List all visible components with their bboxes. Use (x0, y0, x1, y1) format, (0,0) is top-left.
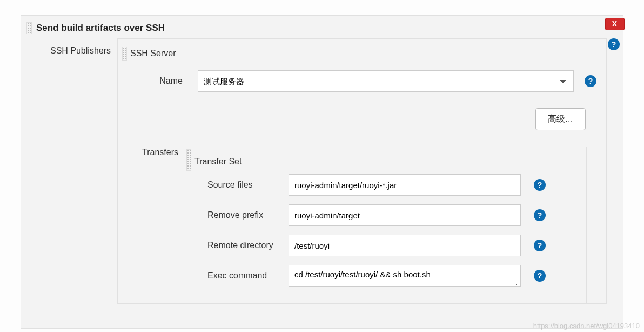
remove-prefix-label: Remove prefix (207, 210, 289, 220)
help-icon[interactable]: ? (608, 38, 620, 50)
source-files-input[interactable] (289, 174, 521, 196)
ssh-server-title: SSH Server (130, 49, 176, 58)
advanced-button[interactable]: 高级… (535, 108, 586, 130)
remote-directory-input[interactable] (289, 235, 521, 256)
help-icon[interactable]: ? (534, 209, 546, 221)
server-name-select[interactable]: 测试服务器 (198, 70, 574, 92)
name-label: Name (139, 76, 183, 86)
source-files-label: Source files (207, 180, 289, 190)
exec-command-input[interactable] (289, 265, 521, 287)
help-icon[interactable]: ? (534, 270, 546, 282)
transfer-set-title: Transfer Set (194, 157, 242, 167)
help-icon[interactable]: ? (534, 240, 546, 251)
close-button[interactable]: X (605, 18, 625, 30)
ssh-server-header: SSH Server (118, 39, 606, 66)
drag-handle-icon[interactable] (26, 22, 32, 34)
ssh-publishers-label: SSH Publishers (43, 38, 117, 304)
transfers-label: Transfers (124, 147, 178, 303)
exec-command-label: Exec command (207, 271, 289, 281)
drag-handle-icon[interactable] (186, 149, 191, 171)
transfers-box: Transfer Set Source files ? Remove prefi… (184, 147, 587, 303)
section-title: Send build artifacts over SSH (36, 23, 165, 34)
section-header: Send build artifacts over SSH (21, 16, 623, 38)
ssh-publisher-section: X Send build artifacts over SSH ? SSH Pu… (21, 15, 623, 329)
help-icon[interactable]: ? (585, 75, 596, 87)
drag-handle-icon[interactable] (122, 47, 127, 61)
help-icon[interactable]: ? (534, 179, 546, 191)
remote-directory-label: Remote directory (207, 241, 289, 250)
ssh-publishers-box: SSH Server Name 测试服务器 ? 高级… Transfers (117, 38, 607, 304)
remove-prefix-input[interactable] (289, 204, 521, 226)
